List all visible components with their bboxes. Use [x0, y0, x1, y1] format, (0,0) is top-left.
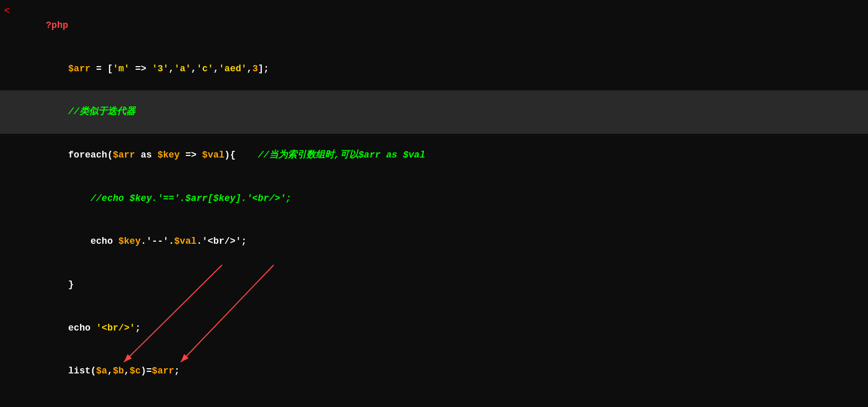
code-line-1: < ?php	[0, 4, 868, 48]
code-line-7: }	[0, 263, 868, 307]
code-line-2: $arr = ['m' => '3','a','c','aed',3];	[0, 48, 868, 91]
code-line-4: foreach($arr as $key => $val){ //当为索引数组时…	[0, 134, 868, 177]
line-content-3: //类似于迭代器	[12, 90, 868, 134]
code-line-9: list($a,$b,$c)=$arr;	[0, 350, 868, 393]
line-indicator-1: <	[4, 4, 12, 19]
line-content-4: foreach($arr as $key => $val){ //当为索引数组时…	[12, 134, 868, 177]
code-line-3: //类似于迭代器	[0, 90, 868, 134]
line-content-6: echo $key.'--'.$val.'<br/>';	[12, 220, 868, 263]
code-line-6: echo $key.'--'.$val.'<br/>';	[0, 220, 868, 263]
line-content-10: echo $a.' '.' '.$b.' '.$c.'<br/>';	[12, 393, 868, 407]
line-content-7: }	[12, 263, 868, 307]
line-content-2: $arr = ['m' => '3','a','c','aed',3];	[12, 48, 868, 91]
code-line-8: echo '<br/>';	[0, 307, 868, 350]
line-content-5: //echo $key.'=='.$arr[$key].'<br/>';	[12, 177, 868, 221]
code-line-5: //echo $key.'=='.$arr[$key].'<br/>';	[0, 177, 868, 221]
line-content-1: ?php	[12, 4, 868, 48]
line-content-8: echo '<br/>';	[12, 307, 868, 350]
code-editor: < ?php $arr = ['m' => '3','a','c','aed',…	[0, 0, 868, 407]
line-content-9: list($a,$b,$c)=$arr;	[12, 350, 868, 393]
code-line-10: echo $a.' '.' '.$b.' '.$c.'<br/>';	[0, 393, 868, 407]
